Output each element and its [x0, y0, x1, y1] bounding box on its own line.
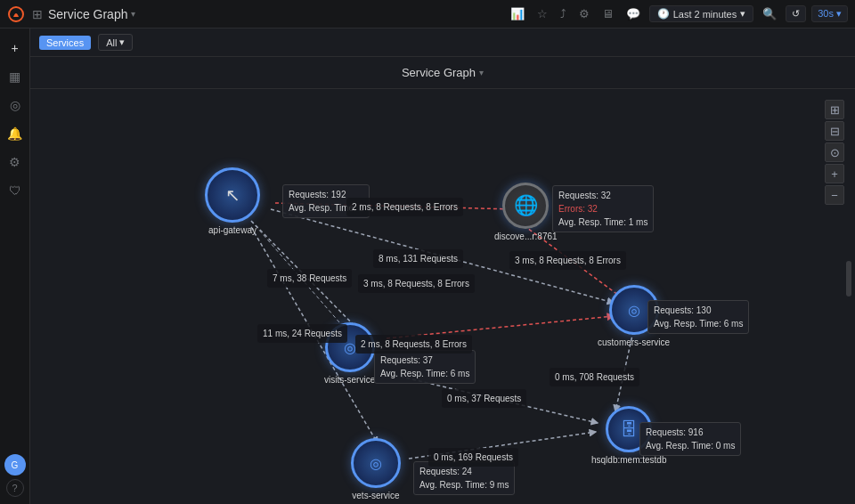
globe-icon: 🌐 — [514, 194, 538, 217]
sidebar-item-configuration[interactable]: ⚙ — [3, 150, 28, 175]
panel-title-arrow[interactable]: ▾ — [479, 68, 484, 77]
edge-label-text-3: 3 ms, 8 Requests, 8 Errors — [515, 256, 621, 265]
grid-icon: ⊞ — [32, 7, 43, 21]
edge-label-text-5: 11 ms, 24 Requests — [263, 329, 342, 338]
graph-area[interactable]: ↖ api-gateway 🌐 discove...r:8761 — [30, 89, 855, 504]
topbar: ⊞ Service Graph ▾ 📊 ☆ ⤴ ⚙ 🖥 💬 🕐 Last 2 m… — [0, 0, 855, 28]
discovery-errors: Errors: 32 — [558, 202, 647, 215]
info-discovery: Requests: 32 Errors: 32 Avg. Resp. Time:… — [552, 185, 654, 232]
main-layout: + ▦ ◎ 🔔 ⚙ 🛡 G ? Services All ▾ Service G… — [0, 28, 855, 504]
visits-avg-resp: Avg. Resp. Time: 6 ms — [380, 367, 469, 380]
edge-label-4: 3 ms, 8 Requests, 8 Errors — [358, 274, 475, 293]
sidebar-item-alerting[interactable]: 🔔 — [3, 121, 28, 146]
discovery-requests: Requests: 32 — [558, 189, 647, 202]
node-label-discovery: discove...r:8761 — [494, 232, 558, 241]
scroll-indicator — [846, 261, 851, 297]
edge-label-text-2: 7 ms, 38 Requests — [273, 273, 346, 283]
sidebar-item-dashboard[interactable]: ▦ — [3, 64, 28, 89]
filter-arrow: ▾ — [119, 37, 125, 48]
search-icon[interactable]: 🔍 — [759, 5, 780, 22]
customers-avg-resp: Avg. Resp. Time: 6 ms — [654, 317, 743, 330]
sidebar-item-explore[interactable]: ◎ — [3, 93, 28, 118]
edge-label-8: 0 ms, 37 Requests — [442, 389, 526, 408]
info-visits: Requests: 37 Avg. Resp. Time: 6 ms — [374, 350, 476, 384]
refresh-button[interactable]: ↺ — [786, 5, 806, 22]
settings-icon[interactable]: ⚙ — [575, 5, 593, 22]
discovery-avg-resp: Avg. Resp. Time: 1 ms — [558, 215, 647, 229]
edge-label-text-4: 3 ms, 8 Requests, 8 Errors — [363, 279, 469, 289]
sidebar-bottom: G ? — [4, 454, 26, 497]
time-arrow: ▾ — [740, 8, 745, 20]
customers-icon: ◎ — [628, 302, 640, 319]
fit-view-button[interactable]: ⊞ — [825, 100, 844, 119]
edge-label-text-0: 2 ms, 8 Requests, 8 Errors — [352, 202, 458, 212]
share-icon[interactable]: ⤴ — [557, 5, 570, 22]
sidebar-item-shield[interactable]: 🛡 — [3, 178, 28, 203]
interval-badge[interactable]: 30s ▾ — [811, 5, 848, 22]
edge-label-text-8: 0 ms, 37 Requests — [447, 394, 521, 403]
visits-requests: Requests: 37 — [380, 354, 469, 367]
edge-label-0: 2 ms, 8 Requests, 8 Errors — [346, 198, 463, 216]
metrics-icon[interactable]: 📊 — [507, 5, 528, 22]
node-label-hsqldb: hsqldb:mem:testdb — [591, 455, 667, 465]
help-icon[interactable]: ? — [6, 479, 24, 497]
time-label: Last 2 minutes — [673, 9, 737, 20]
app-logo — [7, 5, 25, 23]
refresh-icon: ↺ — [792, 8, 800, 20]
filter-dropdown[interactable]: All ▾ — [98, 34, 133, 51]
panel: Service Graph ▾ — [30, 57, 855, 504]
panel-title-text: Service Graph — [402, 66, 476, 79]
topbar-right: 📊 ☆ ⤴ ⚙ 🖥 💬 🕐 Last 2 minutes ▾ 🔍 ↺ 30s ▾ — [507, 5, 848, 22]
node-api-gateway[interactable]: ↖ api-gateway — [205, 167, 260, 235]
node-label-visits: visits-service — [324, 375, 375, 385]
zoom-out-button[interactable]: − — [825, 185, 844, 205]
node-circle-vets: ◎ — [351, 438, 401, 488]
sidebar: + ▦ ◎ 🔔 ⚙ 🛡 G ? — [0, 28, 30, 504]
panel-title: Service Graph ▾ — [402, 66, 484, 79]
edge-label-9: 0 ms, 169 Requests — [428, 448, 518, 467]
panel-header: Service Graph ▾ — [30, 57, 855, 89]
db-icon: 🗄 — [620, 419, 638, 440]
page-title: Service Graph ▾ — [48, 7, 135, 21]
node-circle-discovery: 🌐 — [502, 183, 549, 229]
tree-button[interactable]: ⊟ — [825, 121, 844, 141]
filter-label: All — [106, 37, 117, 48]
content: Services All ▾ Service Graph ▾ — [30, 28, 855, 504]
tab-label: Services — [46, 37, 84, 48]
edge-label-text-9: 0 ms, 169 Requests — [434, 452, 513, 462]
sidebar-item-add[interactable]: + — [3, 36, 28, 61]
info-customers: Requests: 130 Avg. Resp. Time: 6 ms — [647, 300, 749, 334]
cursor-icon: ↖ — [225, 184, 240, 206]
customers-requests: Requests: 130 — [654, 304, 743, 317]
title-dropdown-arrow[interactable]: ▾ — [131, 9, 135, 19]
edge-label-text-7: 0 ms, 708 Requests — [555, 372, 634, 382]
title-text: Service Graph — [48, 7, 127, 21]
node-vets-service[interactable]: ◎ vets-service — [351, 438, 401, 500]
info-hsqldb: Requests: 916 Avg. Resp. Time: 0 ms — [639, 422, 741, 456]
vets-requests: Requests: 24 — [419, 465, 509, 478]
vets-avg-resp: Avg. Resp. Time: 9 ms — [419, 478, 509, 492]
clock-icon: 🕐 — [657, 8, 670, 20]
subbar: Services All ▾ — [30, 28, 855, 57]
user-avatar[interactable]: G — [4, 454, 26, 476]
edge-label-7: 0 ms, 708 Requests — [550, 368, 639, 386]
hsqldb-requests: Requests: 916 — [646, 426, 735, 439]
edge-label-1: 8 ms, 131 Requests — [373, 249, 463, 268]
monitor-icon[interactable]: 🖥 — [598, 5, 617, 22]
node-circle-api-gateway: ↖ — [205, 167, 260, 223]
zoom-in-button[interactable]: + — [825, 164, 844, 183]
star-icon[interactable]: ☆ — [533, 5, 551, 22]
edge-label-3: 3 ms, 8 Requests, 8 Errors — [509, 251, 626, 270]
node-discovery[interactable]: 🌐 discove...r:8761 — [494, 183, 558, 241]
services-tab[interactable]: Services — [39, 36, 91, 50]
node-label-api-gateway: api-gateway — [208, 225, 256, 235]
interval-label: 30s ▾ — [818, 8, 842, 19]
edge-label-5: 11 ms, 24 Requests — [257, 324, 347, 343]
node-label-vets: vets-service — [352, 491, 399, 500]
edge-label-text-6: 2 ms, 8 Requests, 8 Errors — [361, 339, 467, 349]
time-picker[interactable]: 🕐 Last 2 minutes ▾ — [649, 5, 754, 22]
edge-label-6: 2 ms, 8 Requests, 8 Errors — [355, 335, 472, 354]
comments-icon[interactable]: 💬 — [623, 5, 644, 22]
clock-button[interactable]: ⊙ — [825, 142, 844, 162]
map-controls: ⊞ ⊟ ⊙ + − — [825, 100, 844, 205]
